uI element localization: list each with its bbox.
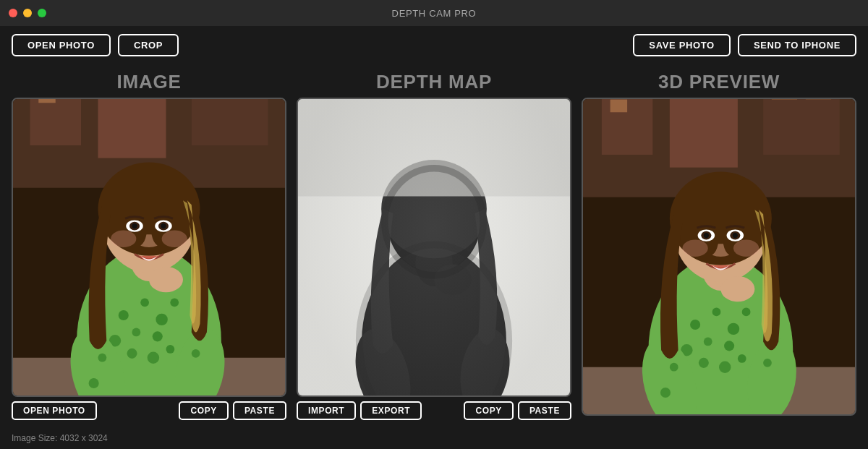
crop-button[interactable]: CROP [118,34,179,56]
app-title: DEPTH CAM PRO [392,8,477,19]
svg-point-22 [148,352,159,364]
image-panel-title: IMAGE [12,71,286,93]
preview-3d-panel-title: 3D PREVIEW [582,71,856,93]
svg-point-67 [690,320,700,330]
image-open-button[interactable]: OPEN PHOTO [12,401,97,420]
svg-point-91 [720,276,754,302]
main-content: IMAGE [0,64,868,427]
maximize-button[interactable] [38,9,46,17]
svg-point-23 [166,345,175,354]
svg-point-21 [127,348,137,359]
svg-point-79 [670,363,678,372]
depth-map-frame [297,98,571,397]
svg-point-36 [132,223,137,228]
svg-point-28 [192,349,200,358]
svg-point-40 [162,231,187,248]
preview-3d-image [583,99,855,414]
svg-point-17 [132,328,141,337]
svg-rect-4 [192,99,268,145]
svg-point-81 [763,359,772,367]
image-paste-button[interactable]: PASTE [233,401,286,420]
save-photo-button[interactable]: SAVE PHOTO [633,34,731,56]
send-to-iphone-button[interactable]: SEND TO IPHONE [738,34,856,56]
image-copy-paste-group: COPY PASTE [179,401,286,420]
svg-rect-64 [806,99,831,100]
svg-point-18 [153,331,163,341]
svg-point-71 [724,341,734,351]
image-panel-buttons: OPEN PHOTO COPY PASTE [12,401,286,420]
svg-point-14 [119,310,129,320]
svg-point-74 [699,358,709,368]
svg-point-37 [161,223,166,228]
svg-point-20 [170,299,179,307]
toolbar-right: SAVE PHOTO SEND TO IPHONE [633,34,856,56]
close-button[interactable] [9,9,17,17]
svg-rect-60 [610,100,628,113]
svg-point-80 [660,388,671,398]
minimize-button[interactable] [23,9,32,17]
depth-map-panel-buttons: IMPORT EXPORT COPY PASTE [297,401,571,420]
open-photo-button[interactable]: OPEN PHOTO [12,34,111,56]
image-size: Image Size: 4032 x 3024 [12,433,108,443]
svg-point-76 [738,354,746,363]
svg-rect-57 [763,99,840,155]
image-panel: IMAGE [12,71,286,420]
svg-point-90 [733,233,738,238]
image-frame [12,98,286,397]
svg-point-92 [682,240,707,257]
depth-map-panel: DEPTH MAP [297,71,571,420]
svg-point-75 [719,362,731,373]
svg-point-26 [98,354,107,362]
depth-copy-button[interactable]: COPY [464,401,513,420]
depth-import-button[interactable]: IMPORT [297,401,356,420]
preview-3d-panel: 3D PREVIEW [582,71,856,420]
toolbar-left: OPEN PHOTO CROP [12,34,179,56]
svg-point-27 [89,378,99,388]
svg-point-73 [742,308,751,317]
toolbar: OPEN PHOTO CROP SAVE PHOTO SEND TO IPHON… [0,26,868,64]
depth-export-button[interactable]: EXPORT [360,401,422,420]
image-copy-button[interactable]: COPY [179,401,228,420]
svg-point-15 [140,299,149,307]
image-photo [13,99,285,395]
svg-point-69 [728,323,739,335]
title-bar: DEPTH CAM PRO [0,0,868,26]
svg-point-68 [712,308,721,317]
depth-paste-button[interactable]: PASTE [518,401,571,420]
footer: Image Size: 4032 x 3024 [0,427,868,449]
preview-3d-frame [582,98,856,416]
depth-copy-paste-group: COPY PASTE [464,401,571,420]
svg-point-93 [733,240,759,257]
depth-map-panel-title: DEPTH MAP [297,71,571,93]
svg-rect-2 [30,99,82,145]
svg-point-39 [111,231,136,248]
svg-rect-3 [98,99,166,158]
depth-map-image [298,99,570,395]
svg-point-70 [704,338,712,346]
svg-point-38 [149,267,183,292]
svg-point-89 [704,233,709,238]
traffic-lights [9,9,46,17]
depth-import-export-group: IMPORT EXPORT [297,401,422,420]
svg-point-16 [156,314,167,325]
svg-rect-63 [772,99,797,100]
svg-rect-7 [38,99,56,103]
svg-rect-56 [670,99,738,168]
